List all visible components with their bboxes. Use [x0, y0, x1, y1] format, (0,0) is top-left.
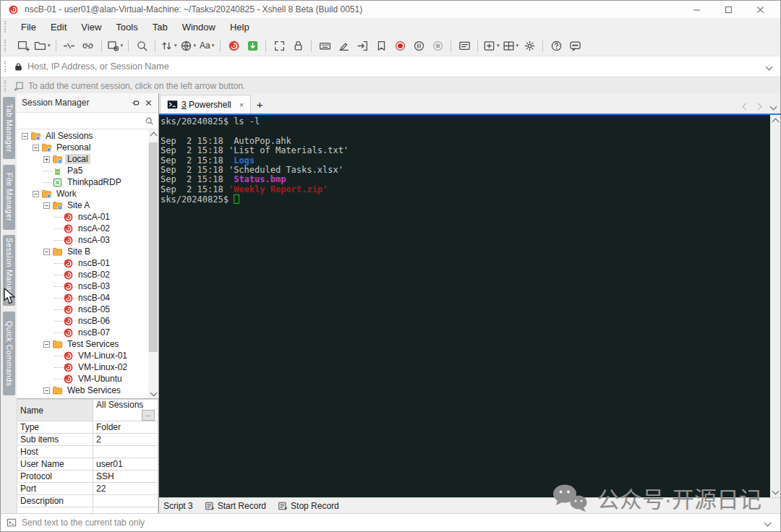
keyboard-button[interactable]: [315, 38, 334, 54]
web-button[interactable]: ▾: [179, 38, 198, 54]
terminal-scroll-down-icon[interactable]: [770, 486, 780, 496]
tree-item-nscb-05[interactable]: nscB-05: [17, 304, 148, 315]
tab-scroll-right-icon[interactable]: [755, 103, 762, 111]
menu-tab[interactable]: Tab: [145, 20, 175, 34]
side-tab-quick-commands[interactable]: Quick Commands: [3, 312, 15, 395]
toolbar-grip[interactable]: [4, 40, 8, 51]
tree-item-work[interactable]: −Work: [17, 188, 148, 200]
tree-item-all-sessions[interactable]: −All Sessions: [17, 130, 148, 142]
feedback-button[interactable]: [566, 38, 584, 54]
menubar-grip[interactable]: [4, 21, 8, 33]
tree-item-nscb-03[interactable]: nscB-03: [17, 280, 148, 292]
tab-powershell[interactable]: 3 Powershell ×: [160, 95, 251, 113]
lock-button[interactable]: [289, 38, 307, 54]
quick-command-button[interactable]: [455, 38, 474, 54]
send-text-button[interactable]: [353, 38, 372, 54]
browse-button[interactable]: ...: [142, 410, 155, 421]
expand-icon[interactable]: +: [43, 156, 50, 163]
tree-item-vm-linux-01[interactable]: VM-Linux-01: [17, 350, 148, 361]
tree-item-nscb-02[interactable]: nscB-02: [17, 269, 148, 280]
menu-help[interactable]: Help: [223, 20, 257, 34]
dropdown-arrow-icon[interactable]: ▾: [48, 43, 51, 48]
encoding-button[interactable]: Aa▾: [197, 38, 216, 54]
new-tab-button[interactable]: ▾: [482, 38, 501, 54]
transfer-button[interactable]: ▾: [159, 38, 179, 54]
tree-scrollbar[interactable]: [148, 129, 158, 398]
collapse-icon[interactable]: −: [43, 249, 50, 255]
tree-item-nscb-07[interactable]: nscB-07: [17, 327, 148, 338]
session-search-input[interactable]: [17, 112, 158, 129]
collapse-icon[interactable]: −: [43, 341, 50, 348]
tree-item-web-services[interactable]: −Web Services: [17, 385, 148, 396]
session-properties-button[interactable]: ▾: [106, 38, 125, 54]
fullscreen-button[interactable]: [270, 38, 289, 54]
tree-item-vm-linux-02[interactable]: VM-Linux-02: [17, 361, 148, 373]
pin-icon[interactable]: [129, 96, 142, 109]
dropdown-arrow-icon[interactable]: ▾: [212, 43, 215, 48]
stop-record-button[interactable]: Stop Record: [278, 501, 339, 511]
close-button[interactable]: [744, 1, 776, 18]
addressbar-grip[interactable]: [4, 61, 8, 72]
tree-item-nscb-01[interactable]: nscB-01: [17, 257, 148, 269]
terminal-screen[interactable]: sks/20240825$ ls -l Sep 2 15:18 AutoPop.…: [159, 115, 770, 497]
tree-item-nsca-02[interactable]: nscA-02: [17, 223, 148, 234]
tree-item-site-b[interactable]: −Site B: [17, 246, 148, 257]
find-button[interactable]: [132, 38, 151, 54]
side-tab-tab-manager[interactable]: Tab Manager: [3, 97, 15, 159]
tab-close-icon[interactable]: ×: [239, 100, 244, 109]
xshell-button[interactable]: [224, 38, 243, 54]
script-3-button[interactable]: Script 3: [163, 501, 193, 511]
tree-item-site-a[interactable]: −Site A: [17, 200, 148, 211]
tree-scroll-up-icon[interactable]: [148, 130, 158, 140]
tree-item-local[interactable]: +Local: [17, 153, 148, 165]
dropdown-arrow-icon[interactable]: ▾: [121, 43, 124, 48]
terminal-scroll-up-icon[interactable]: [770, 116, 780, 126]
help-button[interactable]: [547, 38, 566, 54]
tree-scroll-down-icon[interactable]: [148, 387, 158, 398]
collapse-icon[interactable]: −: [22, 133, 28, 140]
tree-item-personal[interactable]: −Personal: [17, 142, 148, 153]
tree-item-vm-ubuntu[interactable]: VM-Ubuntu: [17, 373, 148, 385]
compose-button[interactable]: [334, 38, 353, 54]
xftp-button[interactable]: [243, 38, 262, 54]
address-input[interactable]: Host, IP Address, or Session Name: [27, 61, 767, 72]
dropdown-arrow-icon[interactable]: ▾: [497, 43, 500, 48]
reconnect-button[interactable]: [79, 38, 98, 54]
new-tab-button[interactable]: +: [251, 95, 268, 113]
collapse-icon[interactable]: −: [33, 191, 39, 197]
start-record-button[interactable]: Start Record: [205, 501, 266, 511]
menu-tools[interactable]: Tools: [108, 20, 145, 34]
script-button[interactable]: [372, 38, 390, 54]
menu-window[interactable]: Window: [175, 20, 223, 34]
tree-item-nsca-03[interactable]: nscA-03: [17, 234, 148, 246]
tree-item-nscb-04[interactable]: nscB-04: [17, 292, 148, 304]
menu-file[interactable]: File: [14, 20, 43, 34]
side-tab-file-manager[interactable]: File Manager: [3, 165, 15, 230]
tree-item-pa5[interactable]: Pa5: [17, 165, 148, 176]
tab-list-dropdown-icon[interactable]: [770, 103, 777, 111]
minimize-button[interactable]: [680, 1, 712, 18]
tree-item-nsca-01[interactable]: nscA-01: [17, 211, 148, 223]
layout-button[interactable]: ▾: [501, 38, 521, 54]
open-folder-button[interactable]: ▾: [33, 38, 52, 54]
terminal-scrollbar[interactable]: [770, 115, 780, 497]
disconnect-button[interactable]: [60, 38, 79, 54]
collapse-icon[interactable]: −: [43, 202, 50, 209]
new-session-button[interactable]: [14, 38, 33, 54]
dropdown-arrow-icon[interactable]: ▾: [194, 43, 197, 48]
tree-item-thinkpadrdp[interactable]: ThinkpadRDP: [17, 176, 148, 188]
dropdown-arrow-icon[interactable]: ▾: [516, 43, 519, 48]
tree-item-nscb-06[interactable]: nscB-06: [17, 315, 148, 327]
dropdown-arrow-icon[interactable]: ▾: [174, 43, 177, 48]
tab-scroll-left-icon[interactable]: [743, 103, 750, 111]
collapse-icon[interactable]: −: [43, 387, 50, 394]
status-dropdown-icon[interactable]: [764, 519, 772, 526]
options-button[interactable]: [520, 38, 539, 54]
record-button[interactable]: [390, 38, 409, 54]
tree-item-test-services[interactable]: −Test Services: [17, 338, 148, 350]
menu-edit[interactable]: Edit: [43, 20, 74, 34]
hintbar-grip[interactable]: [4, 80, 8, 92]
send-text-input[interactable]: Send text to the current tab only: [22, 518, 760, 528]
panel-close-icon[interactable]: [142, 96, 155, 109]
menu-view[interactable]: View: [74, 20, 108, 34]
